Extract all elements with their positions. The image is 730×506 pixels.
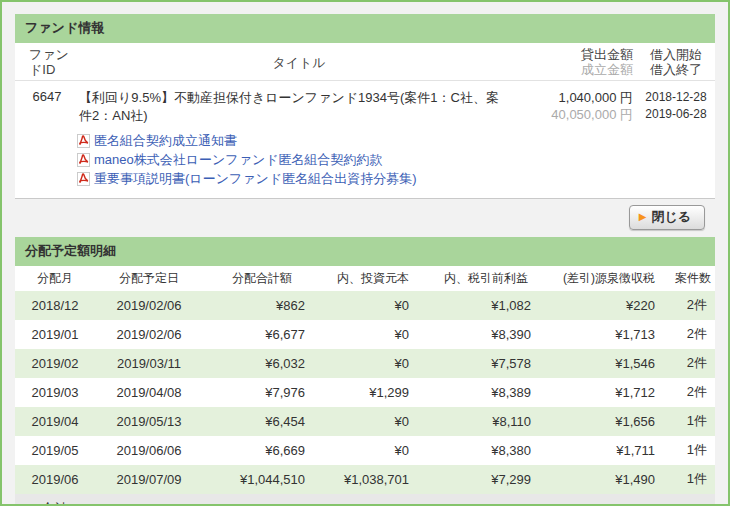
cell-scheduled-date: 2019/05/13: [95, 407, 203, 436]
cell-principal: ¥1,299: [321, 378, 425, 407]
fund-title: 【利回り9.5%】不動産担保付きローンファンド1934号(案件1：C社、案件2：…: [79, 81, 519, 132]
fund-info-header-row: ファンドID タイトル 貸出金額 成立金額 借入開始 借入終了: [15, 43, 715, 81]
pdf-icon: [77, 134, 90, 148]
table-row: 2019/04 2019/05/13 ¥6,454 ¥0 ¥8,110 ¥1,6…: [15, 407, 715, 436]
table-row: 2019/05 2019/06/06 ¥6,669 ¥0 ¥8,380 ¥1,7…: [15, 436, 715, 465]
cell-principal: ¥0: [321, 436, 425, 465]
fund-row: 6647 【利回り9.5%】不動産担保付きローンファンド1934号(案件1：C社…: [15, 81, 715, 132]
fund-documents: 匿名組合契約成立通知書 maneo株式会社ローンファンド匿名組合契約約款 重要事…: [15, 131, 715, 199]
col-header-deal-count: 案件数: [671, 266, 715, 291]
cell-withholding-tax: ¥1,712: [547, 378, 671, 407]
cell-withholding-tax: ¥1,711: [547, 436, 671, 465]
borrow-start-value: 2018-12-28: [645, 90, 706, 104]
cell-month: 2019/01: [15, 320, 95, 349]
fund-id-column-header: ファンドID: [15, 43, 79, 81]
amount-column-header: 貸出金額 成立金額: [519, 43, 637, 81]
cell-principal: ¥0: [321, 349, 425, 378]
cell-scheduled-date: 2019/02/06: [95, 320, 203, 349]
distribution-table: 分配月 分配予定日 分配合計額 内、投資元本 内、税引前利益 (差引)源泉徴収税…: [15, 266, 715, 506]
close-button[interactable]: ▶閉じる: [629, 205, 705, 230]
cell-month: 2019/02: [15, 349, 95, 378]
document-link-terms[interactable]: maneo株式会社ローンファンド匿名組合契約約款: [94, 150, 383, 169]
close-button-label: 閉じる: [651, 209, 691, 224]
cell-deal-count: 2件: [671, 378, 715, 407]
table-row: 2019/01 2019/02/06 ¥6,677 ¥0 ¥8,390 ¥1,7…: [15, 320, 715, 349]
total-withholding-tax-value: ¥10,048: [547, 494, 671, 506]
total-empty-cell: [95, 494, 203, 506]
cell-pretax-profit: ¥8,380: [425, 436, 547, 465]
total-row: 合計 ¥1,079,180 ¥1,040,000 ¥49,228 ¥10,048: [15, 494, 715, 506]
loan-amount-value: 1,040,000 円: [559, 90, 633, 105]
cell-withholding-tax: ¥1,546: [547, 349, 671, 378]
distribution-section-header: 分配予定額明細: [15, 237, 715, 266]
cell-month: 2019/03: [15, 378, 95, 407]
button-row: ▶閉じる: [15, 199, 715, 235]
table-row: 2018/12 2019/02/06 ¥862 ¥0 ¥1,082 ¥220 2…: [15, 291, 715, 320]
document-line: 重要事項説明書(ローンファンド匿名組合出資持分募集): [77, 169, 715, 188]
cell-withholding-tax: ¥1,713: [547, 320, 671, 349]
pdf-icon: [77, 153, 90, 167]
cell-principal: ¥1,038,701: [321, 465, 425, 494]
cell-deal-count: 1件: [671, 407, 715, 436]
cell-total-distribution: ¥6,454: [203, 407, 321, 436]
formed-amount-label: 成立金額: [581, 62, 633, 77]
cell-scheduled-date: 2019/02/06: [95, 291, 203, 320]
cell-month: 2019/04: [15, 407, 95, 436]
cell-deal-count: 2件: [671, 291, 715, 320]
fund-info-section-header: ファンド情報: [15, 14, 715, 43]
borrow-end-value: 2019-06-28: [645, 107, 706, 121]
cell-pretax-profit: ¥8,389: [425, 378, 547, 407]
cell-withholding-tax: ¥1,490: [547, 465, 671, 494]
borrow-start-label: 借入開始: [650, 47, 702, 62]
cell-month: 2019/06: [15, 465, 95, 494]
cell-scheduled-date: 2019/06/06: [95, 436, 203, 465]
cell-pretax-profit: ¥8,110: [425, 407, 547, 436]
cell-deal-count: 1件: [671, 465, 715, 494]
distribution-section: 分配予定額明細 分配月 分配予定日 分配合計額 内、投資元本 内、税引前利益 (…: [15, 237, 715, 506]
total-label: 合計: [15, 494, 95, 506]
cell-scheduled-date: 2019/04/08: [95, 378, 203, 407]
period-column-header: 借入開始 借入終了: [637, 43, 715, 81]
total-pretax-profit-value: ¥49,228: [425, 494, 547, 506]
cell-principal: ¥0: [321, 291, 425, 320]
cell-total-distribution: ¥6,032: [203, 349, 321, 378]
cell-principal: ¥0: [321, 320, 425, 349]
cell-deal-count: 1件: [671, 436, 715, 465]
distribution-section-title: 分配予定額明細: [25, 243, 116, 258]
document-line: maneo株式会社ローンファンド匿名組合契約約款: [77, 150, 715, 169]
fund-info-table: ファンドID タイトル 貸出金額 成立金額 借入開始 借入終了 6647 【利回…: [15, 43, 715, 199]
total-principal-value: ¥1,040,000: [321, 494, 425, 506]
table-row: 2019/06 2019/07/09 ¥1,044,510 ¥1,038,701…: [15, 465, 715, 494]
cell-pretax-profit: ¥8,390: [425, 320, 547, 349]
col-header-month: 分配月: [15, 266, 95, 291]
cell-month: 2019/05: [15, 436, 95, 465]
document-link-important-matters[interactable]: 重要事項説明書(ローンファンド匿名組合出資持分募集): [94, 169, 417, 188]
title-column-header: タイトル: [79, 43, 519, 81]
cell-total-distribution: ¥862: [203, 291, 321, 320]
total-empty-cell: [671, 494, 715, 506]
fund-period: 2018-12-28 2019-06-28: [637, 81, 715, 132]
distribution-table-body: 2018/12 2019/02/06 ¥862 ¥0 ¥1,082 ¥220 2…: [15, 291, 715, 494]
cell-withholding-tax: ¥1,656: [547, 407, 671, 436]
cell-scheduled-date: 2019/03/11: [95, 349, 203, 378]
col-header-principal: 内、投資元本: [321, 266, 425, 291]
distribution-header-row: 分配月 分配予定日 分配合計額 内、投資元本 内、税引前利益 (差引)源泉徴収税…: [15, 266, 715, 291]
loan-amount-label: 貸出金額: [581, 47, 633, 62]
cell-pretax-profit: ¥1,082: [425, 291, 547, 320]
cell-total-distribution: ¥1,044,510: [203, 465, 321, 494]
cell-deal-count: 2件: [671, 320, 715, 349]
cell-total-distribution: ¥6,677: [203, 320, 321, 349]
col-header-scheduled-date: 分配予定日: [95, 266, 203, 291]
pdf-icon: [77, 172, 90, 186]
right-arrow-icon: ▶: [639, 211, 647, 222]
cell-month: 2018/12: [15, 291, 95, 320]
cell-pretax-profit: ¥7,299: [425, 465, 547, 494]
cell-principal: ¥0: [321, 407, 425, 436]
cell-pretax-profit: ¥7,578: [425, 349, 547, 378]
document-link-notice[interactable]: 匿名組合契約成立通知書: [94, 131, 237, 150]
cell-total-distribution: ¥7,976: [203, 378, 321, 407]
total-distribution-value: ¥1,079,180: [203, 494, 321, 506]
cell-deal-count: 2件: [671, 349, 715, 378]
cell-withholding-tax: ¥220: [547, 291, 671, 320]
cell-total-distribution: ¥6,669: [203, 436, 321, 465]
